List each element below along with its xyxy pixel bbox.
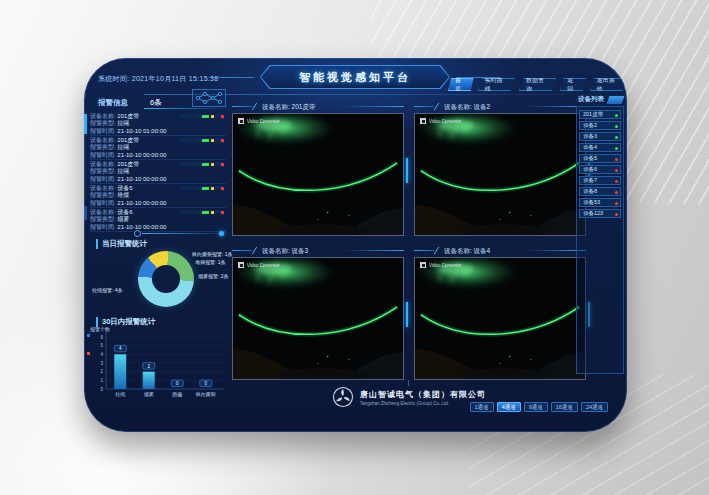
decorative-ring [134,230,141,237]
device-list-item[interactable]: 设备3 [579,132,621,141]
alarm-device-name: 201皮带 [117,113,139,119]
device-name: 设备123 [583,210,603,216]
alarm-timeline-slider[interactable] [180,138,224,142]
device-list-item[interactable]: 设备4 [579,143,621,152]
alarm-timeline-slider[interactable] [180,114,224,118]
alarm-timeline-slider[interactable] [180,162,224,166]
nav-button-1[interactable]: 首页 [448,78,474,91]
slider-marker-yellow [211,139,214,142]
video-scene [415,114,585,235]
nav-button-5[interactable]: 退出系统 [590,78,627,91]
alarm-type-label: 报警类型: [90,144,116,150]
slider-marker-red [221,115,224,118]
device-list-tab[interactable] [607,96,625,104]
svg-text:4: 4 [100,352,103,357]
device-list-item[interactable]: 设备2 [579,121,621,130]
channel-button-16通道[interactable]: 16通道 [551,402,578,412]
company-name-cn: 唐山智诚电气（集团）有限公司 [360,389,486,400]
alarm-panel-title: 报警信息 [98,98,128,108]
device-list-item[interactable]: 设备8 [579,187,621,196]
channel-button-4通道[interactable]: 4通道 [497,402,521,412]
alarm-timeline-slider[interactable] [180,210,224,214]
device-status-dot [615,114,618,117]
device-list-item[interactable]: 201皮带 [579,110,621,119]
alarm-device-name: 201皮带 [117,137,139,143]
video-panel-title: 设备名称: 201皮带 [230,100,406,113]
video-panel[interactable]: 设备名称: 设备2 Video Converter [412,100,588,238]
device-list-item[interactable]: 设备5 [579,154,621,163]
slider-marker-yellow [211,187,214,190]
video-feed[interactable]: Video Converter [414,113,586,236]
channel-button-9通道[interactable]: 9通道 [524,402,548,412]
device-list-item[interactable]: 设备53 [579,198,621,207]
channel-button-1通道[interactable]: 1通道 [470,402,494,412]
slash-decoration [434,103,442,110]
mockup-background: { "window": { "system_time": "系统时间: 2021… [0,0,709,495]
device-name: 设备8 [583,188,597,194]
title-frame-inner: 智能视觉感知平台 [261,66,449,88]
alarm-timeline-slider[interactable] [180,186,224,190]
watermark: Video Converter [420,118,461,124]
alarm-type-label: 报警类型: [90,216,116,222]
video-panel-title: 设备名称: 设备3 [230,244,406,257]
slider-marker-green [202,139,209,142]
alarm-time-label: 报警时间: [90,128,116,134]
video-feed[interactable]: Video Converter [232,113,404,236]
svg-text:5: 5 [100,343,103,348]
donut-label: 堆煤报警: 1条 [195,259,226,265]
company-logo-icon [332,386,354,408]
alarm-type-label: 报警类型: [90,192,116,198]
alarm-name-label: 设备名称: [90,113,116,119]
alarm-type: 堆煤 [117,192,129,198]
daily-alarm-stats-title: 当日报警统计 [96,239,147,249]
slider-marker-red [221,139,224,142]
watermark: Video Converter [238,262,279,268]
alarm-entry[interactable]: 设备名称: 201皮带 报警类型: 拉绳 报警时间: 21-10-10 00:0… [90,136,226,160]
svg-text:报警个数: 报警个数 [90,327,110,332]
alarm-entry[interactable]: 设备名称: 201皮带 报警类型: 拉绳 报警时间: 21-10-10 01:0… [90,112,226,136]
watermark-icon [238,262,244,268]
device-name: 设备53 [583,199,600,205]
alarm-type: 烟雾 [117,216,129,222]
svg-text:纵向撕裂: 纵向撕裂 [196,391,216,397]
device-list-item[interactable]: 设备123 [579,209,621,218]
alarm-time: 21-10-10 00:00:00 [117,176,166,182]
nav-button-3[interactable]: 数据查询 [519,78,556,91]
svg-text:跑偏: 跑偏 [172,391,182,398]
device-list-item[interactable]: 设备7 [579,176,621,185]
alarm-type: 拉绳 [117,120,129,126]
slider-marker-green [202,211,209,214]
watermark-text: Video Converter [247,263,279,268]
alarm-entry[interactable]: 设备名称: 设备5 报警类型: 堆煤 报警时间: 21-10-10 00:00:… [90,184,226,208]
video-panel[interactable]: 设备名称: 设备3 Video Converter [230,244,406,382]
device-list-item[interactable]: 设备6 [579,165,621,174]
watermark-icon [420,118,426,124]
donut-label: 拉绳报警: 4条 [92,287,123,293]
slider-marker-red [221,211,224,214]
video-panel[interactable]: 设备名称: 设备4 Video Converter [412,244,588,382]
video-scene [233,114,403,235]
watermark-icon [420,262,426,268]
alarm-name-label: 设备名称: [90,137,116,143]
alarm-entry[interactable]: 设备名称: 设备6 报警类型: 烟雾 报警时间: 21-10-10 00:00:… [90,208,226,232]
nav-button-4[interactable]: 返回 [560,78,586,91]
watermark-text: Video Converter [429,119,461,124]
device-list-title: 设备列表 [578,95,604,104]
video-feed[interactable]: Video Converter [414,257,586,380]
network-topology-icon[interactable] [192,89,226,107]
alarm-name-label: 设备名称: [90,161,116,167]
channel-button-24通道[interactable]: 24通道 [581,402,608,412]
system-time: 系统时间: 2021年10月11日 15:15:38 [98,74,219,84]
alarm-device-name: 设备5 [117,185,132,191]
nav-button-2[interactable]: 实时曲线 [478,78,515,91]
watermark: Video Converter [420,262,461,268]
slider-marker-green [202,163,209,166]
alarm-type: 拉绳 [117,144,129,150]
alarm-header-underline [144,108,224,109]
video-feed[interactable]: Video Converter [232,257,404,380]
video-panel[interactable]: 设备名称: 201皮带 Video Converter [230,100,406,238]
svg-text:3: 3 [100,361,103,366]
page-title-frame: 智能视觉感知平台 [260,65,450,89]
alarm-entry[interactable]: 设备名称: 201皮带 报警类型: 拉绳 报警时间: 21-10-10 00:0… [90,160,226,184]
alarm-device-name: 201皮带 [117,161,139,167]
